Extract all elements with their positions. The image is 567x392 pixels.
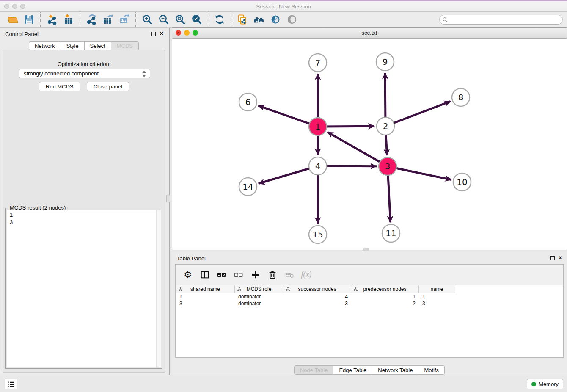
export-image-icon[interactable] bbox=[118, 14, 130, 25]
panel-divider-handle[interactable] bbox=[166, 195, 170, 202]
optimization-criterion-select[interactable]: strongly connected component bbox=[19, 69, 150, 78]
cell-predecessor-nodes: 2 bbox=[351, 300, 419, 307]
zoom-out-icon[interactable] bbox=[158, 14, 169, 25]
network-canvas[interactable]: 7968124314101511 bbox=[172, 39, 567, 250]
show-columns-icon[interactable] bbox=[198, 268, 211, 281]
control-panel-title: Control Panel bbox=[5, 31, 39, 37]
add-column-icon[interactable] bbox=[249, 268, 262, 281]
eye-icon[interactable] bbox=[286, 14, 297, 25]
import-table-icon[interactable] bbox=[63, 14, 74, 25]
optimization-criterion-label: Optimization criterion: bbox=[3, 61, 165, 67]
mcds-result-lines: 13 bbox=[7, 210, 161, 226]
node-label-4: 4 bbox=[315, 161, 321, 171]
open-session-icon[interactable] bbox=[7, 14, 18, 25]
cell-shared-name: 1 bbox=[176, 293, 235, 300]
window-top-accent bbox=[0, 0, 567, 1]
edge-2-8[interactable] bbox=[385, 101, 451, 126]
table-panel-header: Table Panel × bbox=[172, 252, 567, 264]
import-network-icon[interactable] bbox=[46, 14, 58, 25]
export-network-icon[interactable] bbox=[85, 14, 97, 25]
tab-node-table[interactable]: Node Table bbox=[294, 365, 334, 375]
node-label-3: 3 bbox=[385, 161, 391, 171]
control-panel-header: Control Panel × bbox=[0, 28, 168, 39]
deselect-all-icon[interactable] bbox=[232, 268, 245, 281]
status-bar: Memory bbox=[0, 375, 567, 392]
network-window-titlebar[interactable]: × − + scc.txt bbox=[172, 28, 567, 39]
network-split-handle[interactable] bbox=[363, 248, 369, 251]
task-history-button[interactable] bbox=[5, 379, 17, 389]
copy-network-icon[interactable] bbox=[237, 14, 248, 25]
column-header-mcds-role[interactable]: MCDS role bbox=[235, 285, 284, 293]
tab-mcds[interactable]: MCDS bbox=[111, 41, 139, 50]
mcds-panel: Optimization criterion: strongly connect… bbox=[3, 50, 165, 373]
memory-button[interactable]: Memory bbox=[527, 379, 563, 389]
list-icon bbox=[7, 381, 15, 388]
main-toolbar bbox=[0, 12, 567, 28]
mcds-result-title: MCDS result (2 nodes) bbox=[8, 204, 67, 211]
search-input[interactable] bbox=[448, 16, 562, 24]
table-body: 1dominator4113dominator323 bbox=[176, 293, 563, 307]
close-panel-button[interactable]: Close panel bbox=[87, 82, 129, 91]
cell-name: 1 bbox=[419, 293, 455, 300]
table-header-row: shared nameMCDS rolesuccessor nodesprede… bbox=[176, 285, 563, 293]
column-header-shared-name[interactable]: shared name bbox=[176, 285, 235, 293]
mcds-result-area[interactable]: 13 bbox=[7, 210, 161, 367]
tab-style[interactable]: Style bbox=[61, 41, 85, 50]
column-header-name[interactable]: name bbox=[419, 285, 455, 293]
node-label-6: 6 bbox=[245, 97, 251, 107]
zoom-in-icon[interactable] bbox=[141, 14, 153, 25]
memory-status-icon bbox=[531, 382, 536, 386]
control-panel-tabs: NetworkStyleSelectMCDS bbox=[0, 41, 168, 50]
float-panel-icon[interactable] bbox=[151, 32, 156, 36]
node-label-7: 7 bbox=[315, 58, 321, 68]
toolbar-separator bbox=[40, 12, 41, 27]
export-table-icon[interactable] bbox=[102, 14, 113, 25]
node-table: shared nameMCDS rolesuccessor nodesprede… bbox=[176, 285, 563, 357]
cell-predecessor-nodes: 1 bbox=[351, 293, 419, 300]
cyndex-home-icon[interactable] bbox=[253, 14, 264, 25]
select-all-icon[interactable] bbox=[215, 268, 228, 281]
result-scrollbar[interactable] bbox=[156, 210, 161, 367]
search-box[interactable] bbox=[439, 15, 563, 25]
tab-motifs[interactable]: Motifs bbox=[418, 365, 445, 375]
network-view-window: × − + scc.txt 7968124314101511 bbox=[172, 27, 567, 250]
edge-3-10[interactable] bbox=[388, 166, 451, 180]
memory-label: Memory bbox=[539, 381, 559, 387]
tab-edge-table[interactable]: Edge Table bbox=[333, 365, 372, 375]
edge-3-1[interactable] bbox=[328, 132, 388, 166]
result-line: 3 bbox=[10, 218, 158, 226]
column-header-predecessor-nodes[interactable]: predecessor nodes bbox=[351, 285, 419, 293]
toolbar-separator bbox=[208, 12, 208, 27]
delete-row-icon[interactable] bbox=[266, 268, 279, 281]
edge-1-6[interactable] bbox=[259, 106, 318, 127]
cell-name: 3 bbox=[419, 300, 455, 307]
table-row[interactable]: 1dominator411 bbox=[176, 293, 563, 300]
cell-mcds-role: dominator bbox=[235, 300, 284, 307]
dropdown-stepper-icon bbox=[141, 70, 147, 77]
table-settings-icon[interactable]: ⚙ bbox=[182, 268, 194, 281]
tab-network[interactable]: Network bbox=[29, 41, 61, 50]
float-panel-icon[interactable] bbox=[550, 256, 555, 260]
node-label-2: 2 bbox=[383, 121, 388, 131]
run-mcds-button[interactable]: Run MCDS bbox=[39, 82, 80, 91]
tab-network-table[interactable]: Network Table bbox=[372, 365, 418, 375]
zoom-fit-icon[interactable] bbox=[174, 14, 186, 25]
table-panel-title: Table Panel bbox=[177, 255, 206, 262]
refresh-layout-icon[interactable] bbox=[214, 14, 225, 25]
table-panel-inner: ⚙ f(x) shared nameMCDS r bbox=[175, 264, 564, 358]
delete-table-icon bbox=[283, 268, 296, 281]
close-panel-icon[interactable]: × bbox=[559, 254, 562, 262]
table-panel: Table Panel × ⚙ f(x) bbox=[172, 252, 567, 375]
node-label-10: 10 bbox=[457, 177, 467, 187]
close-panel-icon[interactable]: × bbox=[160, 30, 163, 37]
column-header-successor-nodes[interactable]: successor nodes bbox=[284, 285, 351, 293]
mcds-result-box: MCDS result (2 nodes) 13 bbox=[5, 208, 162, 369]
result-line: 1 bbox=[10, 211, 158, 218]
tab-select[interactable]: Select bbox=[85, 41, 111, 50]
table-row[interactable]: 3dominator323 bbox=[176, 300, 563, 307]
vizmap-icon[interactable] bbox=[270, 14, 281, 25]
save-session-icon[interactable] bbox=[23, 14, 35, 25]
node-label-15: 15 bbox=[312, 229, 323, 240]
cell-shared-name: 3 bbox=[176, 300, 235, 307]
zoom-selected-icon[interactable] bbox=[191, 14, 202, 25]
